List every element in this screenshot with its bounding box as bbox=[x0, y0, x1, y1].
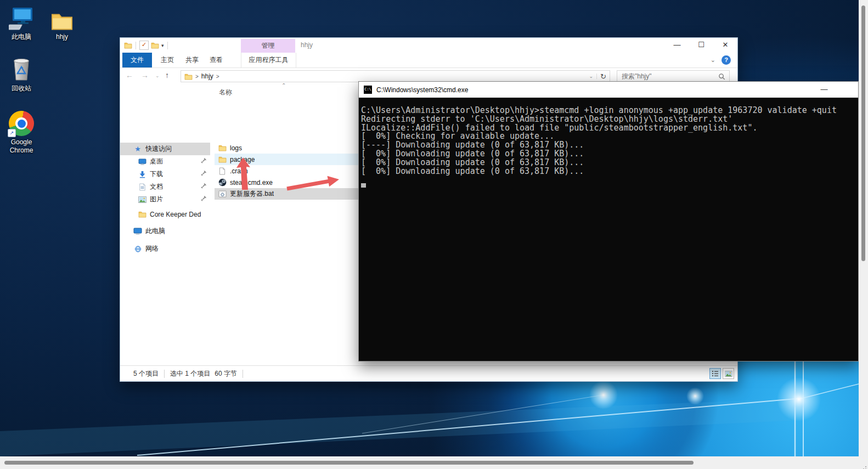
cmd-window-title: C:\Windows\system32\cmd.exe bbox=[376, 86, 468, 94]
divider bbox=[164, 370, 165, 378]
contextual-tab-header: 管理 bbox=[241, 39, 295, 53]
star-icon: ★ bbox=[133, 145, 142, 153]
sidebar-item-downloads[interactable]: 下载 bbox=[120, 168, 210, 180]
cmd-titlebar[interactable]: C:\ C:\Windows\system32\cmd.exe — bbox=[359, 82, 858, 98]
tab-share[interactable]: 共享 bbox=[179, 53, 205, 67]
screen: 此电脑 hhjy 回收站 ↗ Go bbox=[0, 0, 868, 469]
pin-icon bbox=[200, 171, 206, 178]
pin-icon bbox=[200, 158, 206, 166]
navigation-pane: ★ 快速访问 桌面 下载 文档 bbox=[120, 84, 212, 367]
sidebar-item-this-pc[interactable]: 此电脑 bbox=[120, 225, 210, 238]
folder-icon bbox=[218, 144, 227, 151]
window-controls: — ☐ ✕ bbox=[665, 38, 737, 53]
breadcrumb-segment[interactable]: hhjy bbox=[201, 72, 213, 80]
tab-application-tools[interactable]: 应用程序工具 bbox=[241, 53, 296, 67]
new-folder-icon[interactable] bbox=[151, 42, 159, 49]
quick-access-toolbar: ✓ ▾ bbox=[124, 41, 169, 50]
desktop-icon-label: hhjy bbox=[41, 33, 83, 41]
back-button[interactable]: ← bbox=[126, 71, 133, 80]
details-view-button[interactable] bbox=[709, 368, 721, 379]
tab-view[interactable]: 查看 bbox=[204, 53, 229, 67]
divider bbox=[136, 42, 136, 49]
ribbon-collapse-chevron-icon[interactable]: ⌄ bbox=[711, 56, 715, 64]
cmd-window: C:\ C:\Windows\system32\cmd.exe — C:\Use… bbox=[358, 81, 859, 361]
desktop-icon-label: 回收站 bbox=[0, 84, 43, 93]
resize-grip-icon[interactable] bbox=[865, 466, 866, 467]
maximize-button[interactable]: ☐ bbox=[689, 38, 713, 53]
sidebar-item-quick-access[interactable]: ★ 快速访问 bbox=[120, 143, 210, 155]
chrome-icon: ↗ bbox=[0, 109, 43, 136]
close-button[interactable]: ✕ bbox=[713, 38, 737, 53]
steam-icon bbox=[218, 178, 227, 187]
minimize-button[interactable]: — bbox=[665, 38, 689, 53]
shortcut-arrow-icon: ↗ bbox=[8, 129, 16, 137]
tab-home[interactable]: 主页 bbox=[154, 53, 181, 67]
cmd-cursor bbox=[361, 183, 366, 188]
sidebar-item-pictures[interactable]: 图片 bbox=[120, 193, 210, 206]
view-toggles bbox=[709, 368, 734, 379]
pictures-icon bbox=[138, 196, 146, 203]
cmd-minimize-button[interactable]: — bbox=[812, 82, 836, 98]
explorer-titlebar[interactable]: ✓ ▾ 管理 hhjy — ☐ ✕ bbox=[120, 38, 737, 53]
folder-icon bbox=[124, 42, 132, 49]
up-button[interactable]: ↑ bbox=[165, 71, 169, 80]
this-pc-icon bbox=[0, 3, 43, 31]
address-dropdown-chevron-icon[interactable]: ⌄ bbox=[586, 74, 598, 79]
items-count: 5 个项目 bbox=[133, 369, 159, 378]
pin-icon bbox=[200, 196, 206, 204]
download-icon bbox=[138, 171, 146, 178]
folder-icon bbox=[41, 3, 83, 31]
address-bar[interactable]: > hhjy > ⌄ ↻ bbox=[181, 70, 610, 82]
network-icon bbox=[133, 246, 142, 252]
sidebar-item-desktop[interactable]: 桌面 bbox=[120, 155, 210, 168]
properties-check-icon[interactable]: ✓ bbox=[139, 41, 149, 50]
computer-icon bbox=[133, 228, 142, 235]
recent-locations-chevron-icon[interactable]: ⌄ bbox=[155, 73, 160, 78]
folder-icon bbox=[218, 156, 227, 163]
cmd-line: [ 0%] Downloading update (0 of 63,817 KB… bbox=[361, 167, 858, 176]
desktop-icon-hhjy[interactable]: hhjy bbox=[41, 3, 83, 41]
qat-customize-caret-icon[interactable]: ▾ bbox=[161, 43, 164, 48]
pin-icon bbox=[200, 183, 206, 191]
desktop-icon-label: 此电脑 bbox=[0, 33, 43, 41]
batch-file-icon bbox=[218, 190, 227, 198]
file-icon bbox=[218, 167, 227, 175]
cmd-icon: C:\ bbox=[364, 86, 372, 94]
desktop-monitor-icon bbox=[138, 159, 146, 165]
breadcrumb-chevron: > bbox=[195, 74, 199, 80]
desktop-icon-chrome[interactable]: ↗ Google Chrome bbox=[0, 109, 43, 155]
horizontal-scrollbar-thumb[interactable] bbox=[4, 461, 694, 465]
vertical-scrollbar-thumb[interactable] bbox=[861, 5, 865, 261]
viewer-vertical-scrollbar[interactable] bbox=[859, 0, 868, 456]
ribbon-tabs: 文件 主页 共享 查看 应用程序工具 ⌄ ? bbox=[120, 53, 737, 68]
tab-file[interactable]: 文件 bbox=[122, 53, 152, 67]
breadcrumb-chevron: > bbox=[216, 74, 219, 80]
selection-size: 60 字节 bbox=[215, 369, 237, 378]
forward-button[interactable]: → bbox=[141, 71, 149, 80]
large-icons-view-button[interactable] bbox=[723, 368, 734, 379]
folder-icon bbox=[138, 211, 146, 218]
sidebar-item-documents[interactable]: 文档 bbox=[120, 180, 210, 193]
search-input[interactable] bbox=[617, 72, 718, 80]
desktop: 此电脑 hhjy 回收站 ↗ Go bbox=[0, 0, 859, 456]
desktop-icon-recycle-bin[interactable]: 回收站 bbox=[0, 55, 43, 93]
document-icon bbox=[138, 183, 146, 191]
selection-count: 选中 1 个项目 bbox=[170, 369, 210, 378]
viewer-corner bbox=[859, 456, 868, 469]
viewer-horizontal-scrollbar[interactable] bbox=[0, 456, 859, 469]
search-icon bbox=[718, 73, 725, 80]
cmd-output[interactable]: C:\Users\Administrator\Desktop\hhjy>stea… bbox=[359, 98, 858, 361]
desktop-icon-this-pc[interactable]: 此电脑 bbox=[0, 3, 43, 41]
desktop-icon-label: Google Chrome bbox=[0, 138, 43, 155]
sidebar-item-core-keeper[interactable]: Core Keeper Ded bbox=[120, 208, 210, 221]
divider bbox=[243, 370, 243, 378]
refresh-icon[interactable]: ↻ bbox=[597, 72, 610, 81]
window-title: hhjy bbox=[301, 41, 313, 49]
recycle-bin-icon bbox=[0, 55, 43, 82]
status-bar: 5 个项目 选中 1 个项目 60 字节 bbox=[120, 365, 737, 381]
sort-ascending-chevron-icon: ⌃ bbox=[281, 82, 286, 88]
divider bbox=[167, 42, 168, 49]
help-icon[interactable]: ? bbox=[722, 55, 731, 65]
folder-icon bbox=[184, 73, 193, 80]
sidebar-item-network[interactable]: 网络 bbox=[120, 242, 210, 255]
